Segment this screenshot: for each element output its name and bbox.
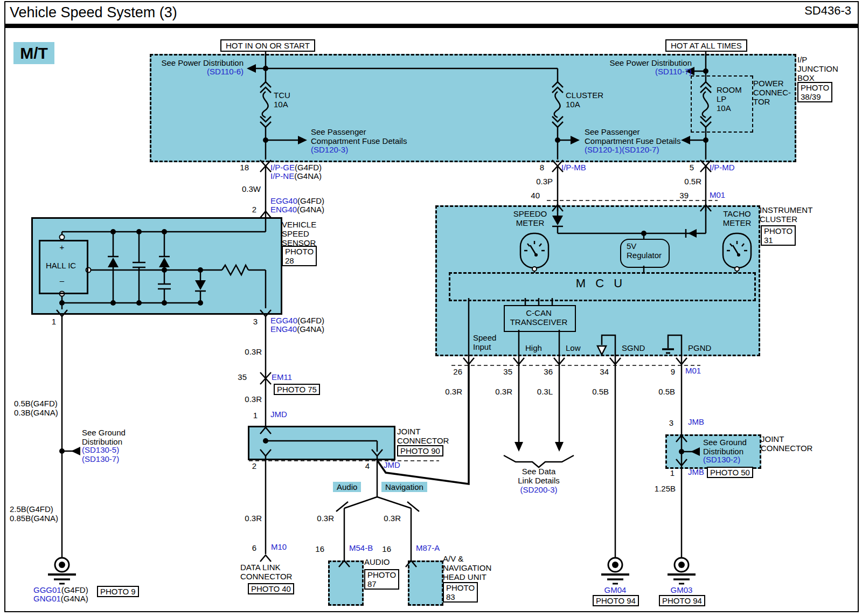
photo-75-box: PHOTO 75 [274,384,320,395]
pin-16-audio: 16 [310,544,324,553]
wire-ipmb: I/P-MB [561,163,586,172]
fuse-details-left: See Passenger Compartment Fuse Details [311,127,407,146]
wire-gauge-03r-a: 0.3R [227,347,262,356]
see-data-link-details: See Data Link Details [509,467,569,485]
connector-m01-bottom: M01 [685,366,701,375]
connector-code: ENG40 [270,324,297,334]
wire-gauge-sgnd: 0.5B [574,387,609,396]
joint-connector-right-label: JOINT CONNECTOR [761,434,812,453]
wire-gauge-05r: 0.5R [667,177,701,186]
transmission-badge-label: M/T [20,44,48,62]
transmission-badge: M/T [13,42,54,64]
signal-pgnd: PGND [688,343,711,352]
pin-3-jmb: 3 [659,418,673,427]
wire-ipmd: I/P-MD [710,163,735,172]
ground-code: GGG01 [33,585,61,594]
wire-gauge-speed: 0.3R [428,387,462,396]
ground-code: GNG01 [33,594,61,603]
see-ground-distribution-left: See Ground Distribution [82,428,126,446]
photo-40-box: PHOTO 40 [248,583,294,594]
wire-gauge-nav: 0.3R [366,514,401,523]
fuse-tcu-label: TCU 10A [274,91,290,109]
pin-1-jmd: 1 [244,411,258,420]
wire-gauge-low: 0.3L [518,387,553,396]
ip-junction-box-label: I/P JUNCTION BOX [797,55,838,82]
pin-35-cluster: 35 [491,367,512,376]
engine-suffix: (G4NA) [297,324,324,334]
engine-suffix: (G4FD) [61,585,88,594]
ip-junction-photo-box: PHOTO 38/39 [797,82,832,102]
connector-m01-top: M01 [710,190,725,199]
photo-94-box-gm03: PHOTO 94 [659,595,705,606]
ground-code-gng01: GNG01(G4NA) [33,594,88,603]
connector-m54b: M54-B [349,543,373,552]
signal-low: Low [566,343,581,352]
pin-35-em11: 35 [233,372,247,382]
audio-unit-label: AUDIO [364,557,390,566]
mcu-label: M C U [449,279,753,288]
ground-photo-9-box: PHOTO 9 [97,586,139,597]
hot-in-on-or-start-label: HOT IN ON OR START [220,39,315,52]
fuse-details-right-ref: (SD120-1)(SD120-7) [585,145,659,154]
connector-jmd-bottom: JMD [384,460,400,469]
ground-code-gm04: GM04 [599,585,631,594]
pin-36: 36 [531,367,553,376]
connector-jmb-bottom: JMB [688,467,704,476]
speedo-meter-label: SPEEDO METER [509,209,552,227]
wire-gauge-left-2: 2.5B(G4FD) 0.85B(G4NA) [10,504,58,523]
wiring-diagram-page: Vehicle Speed System (3) SD436-3 M/T [0,0,862,616]
pin-6-dlc: 6 [242,543,256,552]
connector-code: EGG40 [270,316,297,325]
see-power-distribution-left: See Power Distribution [159,58,244,67]
wire-gauge-pgnd: 0.5B [641,387,675,396]
vehicle-speed-sensor-label: VEHICLE SPEED SENSOR [282,220,316,247]
data-link-details-ref: (SD200-3) [509,485,569,494]
see-power-distribution-right: See Power Distribution [607,58,692,67]
connector-jmb-top: JMB [688,417,704,426]
hot-at-all-times-label: HOT AT ALL TIMES [665,39,747,52]
fuse-room-lp-label: ROOM LP 10A [717,85,742,113]
hall-ic-plus: + [57,243,67,252]
wire-ipge: I/P-GE(G4FD) [270,163,322,172]
data-link-connector-label: DATA LINK CONNECTOR [240,563,292,581]
photo-31-box: PHOTO 31 [761,225,796,246]
engine-suffix: (G4FD) [295,163,322,172]
joint-connector-box [248,426,395,460]
photo-83-box: PHOTO 83 [443,582,478,603]
hall-ic-minus: – [57,276,67,285]
fuse-cluster-label: CLUSTER 10A [566,91,603,109]
pin-18: 18 [235,163,249,172]
navigation-option-tag: Navigation [381,482,427,492]
pin-16-nav: 16 [377,544,391,553]
wire-egg40-top: EGG40(G4FD) [270,196,324,205]
signal-sgnd: SGND [622,343,645,352]
see-ground-distribution-right: See Ground Distribution [703,438,747,456]
ground-code-gm03: GM03 [665,585,698,594]
wire-eng40-bottom: ENG40(G4NA) [270,324,324,334]
photo-50-box: PHOTO 50 [707,467,753,478]
wire-gauge-dlc: 0.3R [227,514,262,523]
fuse-details-left-ref: (SD120-3) [311,145,348,154]
ground-distribution-ref-right: (SD130-2) [703,455,740,464]
pin-1-jmb: 1 [661,468,675,477]
tacho-meter-label: TACHO METER [715,209,759,227]
joint-connector-label: JOINT CONNECTOR [397,427,449,445]
pin-40: 40 [526,191,540,200]
wire-gauge-03w: 0.3W [226,184,261,193]
power-distribution-ref-right: (SD110-7) [607,67,692,76]
connector-em11: EM11 [272,372,292,382]
av-navigation-unit-box [408,560,443,606]
signal-speed-input: Speed Input [473,333,496,351]
regulator-5v-label: 5V Regulator [627,241,662,260]
wire-egg40-bottom: EGG40(G4FD) [270,316,324,325]
pin-4-jc: 4 [356,461,370,470]
sensor-pin-1: 1 [42,317,56,326]
pin-2-jc: 2 [242,461,256,470]
ground-code-ggg01: GGG01(G4FD) [33,585,88,594]
wire-ipne: I/P-NE(G4NA) [270,171,322,181]
pin-9: 9 [654,367,675,376]
pin-34: 34 [587,367,609,376]
wire-gauge-left-1: 0.5B(G4FD) 0.3B(G4NA) [14,399,58,417]
power-distribution-ref-left: (SD110-6) [159,67,244,76]
ground-distribution-refs-left: (SD130-5) (SD130-7) [82,445,119,463]
